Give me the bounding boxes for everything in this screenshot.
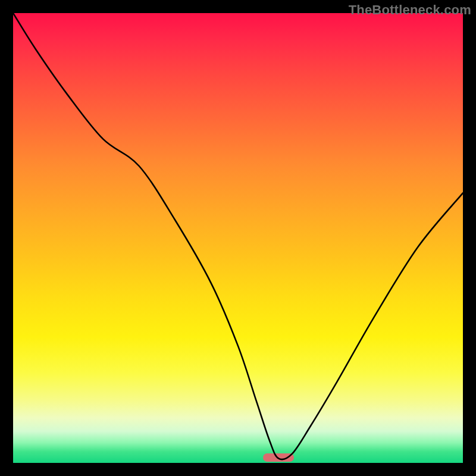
bottleneck-curve bbox=[13, 13, 463, 463]
plot-area bbox=[13, 13, 463, 463]
watermark-text: TheBottleneck.com bbox=[349, 2, 471, 18]
chart-stage: TheBottleneck.com bbox=[0, 0, 476, 476]
